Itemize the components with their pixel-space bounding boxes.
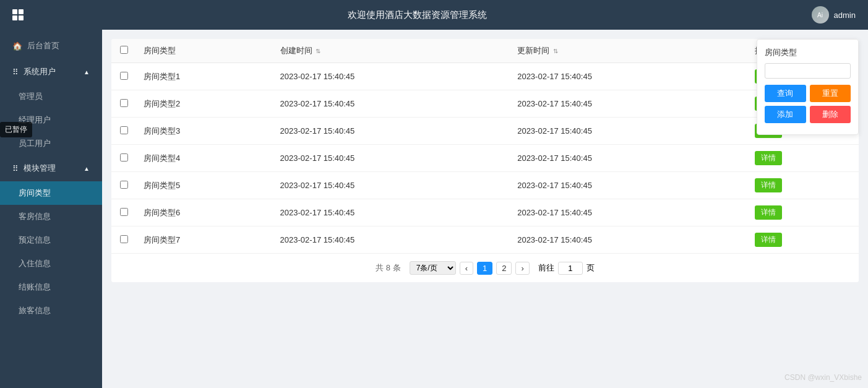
row-checkbox[interactable] (120, 126, 128, 134)
grid-icon (12, 9, 24, 20)
row-room-type: 房间类型1 (136, 63, 273, 90)
row-update-time: 2023-02-17 15:40:45 (510, 90, 747, 118)
row-checkbox-cell (111, 145, 136, 172)
pagination: 共 8 条 7条/页10条/页20条/页 ‹ 1 2 › 前往 页 (111, 254, 859, 282)
sidebar-item-room-info[interactable]: 客房信息 (0, 205, 102, 228)
row-create-time: 2023-02-17 15:40:45 (273, 172, 510, 199)
row-room-type: 房间类型4 (136, 145, 273, 172)
row-update-time: 2023-02-17 15:40:45 (510, 145, 747, 172)
sidebar-item-checkout[interactable]: 结账信息 (0, 275, 102, 299)
row-checkbox[interactable] (120, 181, 128, 189)
query-button[interactable]: 查询 (765, 85, 806, 102)
filter-label: 房间类型 (765, 47, 851, 58)
header: 欢迎使用酒店大数据资源管理系统 Ai admin (0, 0, 868, 30)
row-checkbox[interactable] (120, 99, 128, 107)
username-label: admin (834, 11, 856, 20)
row-checkbox[interactable] (120, 153, 128, 162)
users-icon: ⠿ (12, 67, 19, 77)
sidebar-checkout-label: 结账信息 (19, 282, 51, 291)
th-update-time: 更新时间 ⇅ (510, 39, 747, 63)
table-row: 房间类型1 2023-02-17 15:40:45 2023-02-17 15:… (111, 63, 859, 90)
detail-button[interactable]: 详情 (755, 233, 782, 247)
sidebar-home-label: 后台首页 (27, 40, 59, 51)
delete-button[interactable]: 删除 (810, 106, 851, 123)
goto-input[interactable] (558, 262, 583, 275)
table-row: 房间类型4 2023-02-17 15:40:45 2023-02-17 15:… (111, 145, 859, 172)
row-room-type: 房间类型2 (136, 90, 273, 118)
add-button[interactable]: 添加 (765, 106, 806, 123)
filter-panel: 房间类型 查询 重置 添加 删除 (757, 39, 859, 135)
watermark: CSDN @wxin_VXbishe (784, 373, 862, 382)
next-page-button[interactable]: › (515, 262, 529, 275)
page-size-select[interactable]: 7条/页10条/页20条/页 (410, 261, 456, 275)
page-unit-label: 页 (587, 262, 595, 274)
header-title: 欢迎使用酒店大数据资源管理系统 (348, 9, 487, 21)
home-icon: 🏠 (12, 41, 22, 51)
row-checkbox[interactable] (120, 72, 128, 80)
row-checkbox-cell (111, 90, 136, 118)
sidebar: 🏠 后台首页 ⠿ 系统用户 ▲ 已暂停 管理员 经理用户 员工用户 ⠿ 模块管理… (0, 30, 102, 388)
row-update-time: 2023-02-17 15:40:45 (510, 118, 747, 145)
sidebar-item-manager[interactable]: 经理用户 (0, 108, 102, 132)
table-row: 房间类型5 2023-02-17 15:40:45 2023-02-17 15:… (111, 172, 859, 199)
row-create-time: 2023-02-17 15:40:45 (273, 145, 510, 172)
table-row: 房间类型3 2023-02-17 15:40:45 2023-02-17 15:… (111, 118, 859, 145)
collapse-arrow-icon: ▲ (84, 69, 90, 75)
sidebar-system-users-label: 系统用户 (24, 66, 56, 77)
detail-button[interactable]: 详情 (755, 205, 782, 220)
row-update-time: 2023-02-17 15:40:45 (510, 199, 747, 226)
filter-input[interactable] (765, 63, 851, 79)
row-checkbox-cell (111, 118, 136, 145)
sidebar-item-admin[interactable]: 管理员 (0, 85, 102, 108)
sort-create-icon[interactable]: ⇅ (316, 48, 320, 54)
sidebar-guest-label: 旅客信息 (19, 306, 51, 315)
row-action: 详情 (747, 199, 859, 226)
row-room-type: 房间类型6 (136, 199, 273, 226)
page-2-button[interactable]: 2 (496, 262, 512, 275)
page-1-button[interactable]: 1 (477, 262, 492, 275)
th-create-time: 创建时间 ⇅ (273, 39, 510, 63)
row-checkbox-cell (111, 199, 136, 226)
row-checkbox[interactable] (120, 208, 128, 216)
row-create-time: 2023-02-17 15:40:45 (273, 90, 510, 118)
row-checkbox[interactable] (120, 235, 128, 243)
layout: 🏠 后台首页 ⠿ 系统用户 ▲ 已暂停 管理员 经理用户 员工用户 ⠿ 模块管理… (0, 30, 868, 388)
room-type-table: 房间类型 创建时间 ⇅ 更新时间 ⇅ 操作 (111, 39, 859, 254)
sidebar-item-employee[interactable]: 员工用户 (0, 132, 102, 155)
sidebar-section-system-users[interactable]: ⠿ 系统用户 ▲ (0, 59, 102, 85)
sidebar-item-guest[interactable]: 旅客信息 (0, 299, 102, 322)
row-checkbox-cell (111, 226, 136, 254)
detail-button[interactable]: 详情 (755, 151, 782, 165)
sidebar-room-type-label: 房间类型 (19, 188, 51, 197)
detail-button[interactable]: 详情 (755, 178, 782, 192)
table-row: 房间类型6 2023-02-17 15:40:45 2023-02-17 15:… (111, 199, 859, 226)
row-action: 详情 (747, 145, 859, 172)
sort-update-icon[interactable]: ⇅ (553, 48, 558, 54)
main-content: 房间类型 查询 重置 添加 删除 房间类型 (102, 30, 868, 388)
prev-page-button[interactable]: ‹ (460, 262, 473, 275)
row-checkbox-cell (111, 63, 136, 90)
row-update-time: 2023-02-17 15:40:45 (510, 63, 747, 90)
header-left (12, 9, 24, 20)
row-update-time: 2023-02-17 15:40:45 (510, 226, 747, 254)
avatar: Ai (812, 6, 829, 24)
select-all-checkbox[interactable] (120, 46, 128, 54)
sidebar-item-checkin[interactable]: 入住信息 (0, 252, 102, 275)
reset-button[interactable]: 重置 (810, 85, 851, 102)
pagination-total: 共 8 条 (376, 262, 400, 274)
row-room-type: 房间类型5 (136, 172, 273, 199)
row-checkbox-cell (111, 172, 136, 199)
filter-action-row-2: 添加 删除 (765, 106, 851, 123)
sidebar-item-home[interactable]: 🏠 后台首页 (0, 33, 102, 59)
sidebar-item-room-type[interactable]: 房间类型 (0, 181, 102, 205)
table-row: 房间类型7 2023-02-17 15:40:45 2023-02-17 15:… (111, 226, 859, 254)
sidebar-admin-label: 管理员 (19, 92, 43, 101)
collapse-arrow-module-icon: ▲ (84, 165, 90, 172)
sidebar-reservation-label: 预定信息 (19, 235, 51, 244)
sidebar-section-module-mgmt[interactable]: ⠿ 模块管理 ▲ (0, 155, 102, 181)
sidebar-checkin-label: 入住信息 (19, 259, 51, 268)
sidebar-item-reservation[interactable]: 预定信息 (0, 228, 102, 252)
table-container: 房间类型 创建时间 ⇅ 更新时间 ⇅ 操作 (111, 39, 859, 282)
goto-label: 前往 (538, 262, 554, 274)
th-room-type: 房间类型 (136, 39, 273, 63)
